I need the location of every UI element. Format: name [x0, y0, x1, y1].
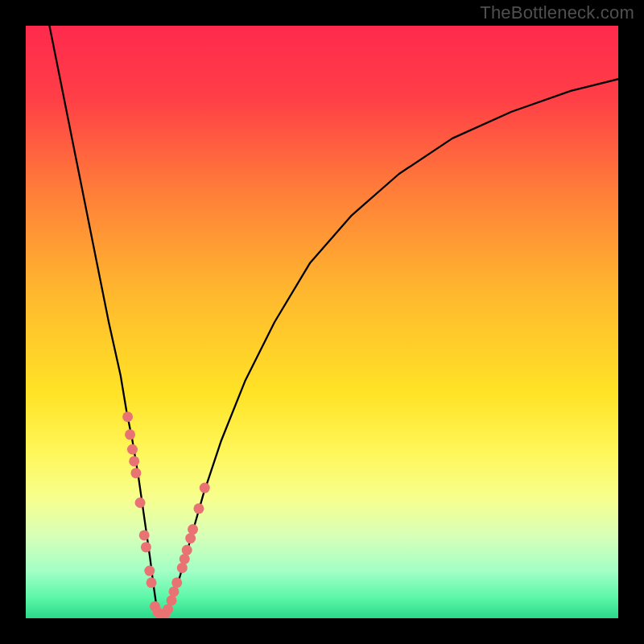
data-marker	[200, 483, 210, 493]
data-marker	[180, 554, 190, 564]
bottleneck-curve	[49, 26, 618, 615]
watermark-label: TheBottleneck.com	[480, 2, 634, 23]
chart-frame: TheBottleneck.com	[0, 0, 644, 644]
data-marker	[130, 468, 141, 478]
data-marker	[139, 530, 150, 540]
data-marker	[125, 429, 135, 440]
data-marker	[185, 533, 196, 543]
data-marker	[135, 497, 146, 508]
data-marker	[188, 524, 198, 535]
data-marker	[129, 456, 139, 466]
plot-area	[26, 26, 618, 618]
data-marker	[141, 542, 151, 552]
data-marker	[147, 577, 157, 588]
data-marker	[122, 411, 133, 422]
data-marker	[182, 545, 192, 555]
chart-curve-layer	[26, 26, 618, 618]
data-marker	[177, 563, 188, 573]
data-marker	[169, 586, 180, 597]
data-marker	[167, 595, 177, 605]
data-marker	[144, 566, 155, 576]
data-marker	[171, 577, 182, 588]
data-marker	[193, 503, 204, 514]
data-marker	[127, 444, 138, 455]
